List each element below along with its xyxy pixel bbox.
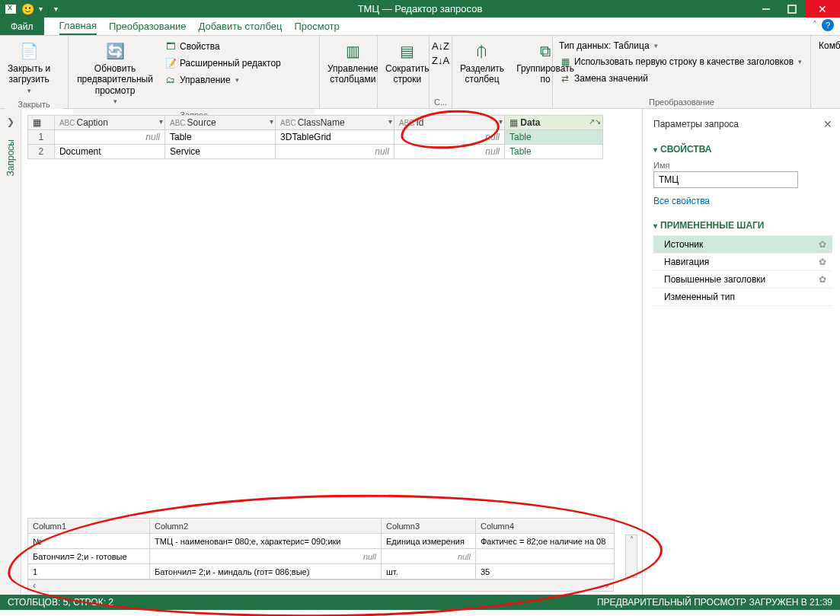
pcell[interactable]: № (28, 534, 150, 549)
gear-icon[interactable]: ✿ (819, 274, 826, 285)
cell[interactable]: null (394, 130, 504, 145)
reduce-rows-button[interactable]: ▤ Сократить строки (382, 37, 433, 88)
cell-data[interactable]: Table (504, 145, 602, 159)
pcell[interactable]: Фактичес = 82;ое наличие на 08 (476, 534, 615, 549)
refresh-icon: 🔄 (103, 40, 127, 62)
cell[interactable]: Table (165, 130, 276, 145)
tab-view[interactable]: Просмотр (294, 18, 339, 35)
pcell[interactable]: шт. (382, 564, 476, 579)
grid-row[interactable]: 2 Document Service null null Table (28, 145, 603, 159)
manage-columns-button[interactable]: ▥ Управление столбцами (324, 37, 382, 88)
step-item[interactable]: Навигация✿ (653, 254, 832, 271)
panel-title: Параметры запроса✕ (653, 118, 832, 130)
main-grid[interactable]: ▦ ABCCaption▾ ABCSource▾ ABCClassName▾ A… (27, 115, 603, 159)
data-type-label: Тип данных: Таблица (559, 40, 650, 51)
step-item[interactable]: Источник✿ (653, 236, 832, 254)
preview-row[interactable]: № ТМЦ - наименован= 080;е, характерис= 0… (28, 534, 615, 549)
cell[interactable]: Service (165, 145, 276, 159)
preview-row[interactable]: 1 Батончил= 2;и - миндаль (гот= 086;вые)… (28, 564, 615, 579)
pcol3[interactable]: Column3 (382, 519, 476, 534)
grid-header-row: ▦ ABCCaption▾ ABCSource▾ ABCClassName▾ A… (28, 116, 603, 130)
data-type-button[interactable]: Тип данных: Таблица▾ (557, 39, 660, 53)
manage-button[interactable]: 🗂Управление▾ (163, 72, 283, 88)
split-icon: ⫛ (470, 40, 494, 62)
pcol1[interactable]: Column1 (28, 519, 150, 534)
pcell[interactable]: ТМЦ - наименован= 080;е, характерис= 090… (150, 534, 382, 549)
gear-icon[interactable]: ✿ (819, 239, 826, 250)
menubar: Файл Главная Преобразование Добавить сто… (0, 18, 840, 36)
pcol4[interactable]: Column4 (476, 519, 615, 534)
panel-close-icon[interactable]: ✕ (823, 118, 832, 130)
col-data[interactable]: ▦ Data↗↘ (504, 116, 602, 130)
cell-data[interactable]: Table (504, 130, 602, 145)
query-name-input[interactable] (653, 171, 798, 188)
pcell[interactable]: Батончил= 2;и - готовые (28, 549, 150, 564)
combine-button[interactable]: Комби (816, 37, 840, 54)
advanced-editor-button[interactable]: 📝Расширенный редактор (163, 56, 283, 71)
grid-row[interactable]: 1 null Table 3DTableGrid null Table (28, 130, 603, 145)
preview-row[interactable]: Батончил= 2;и - готовые null null (28, 549, 615, 564)
col-classname[interactable]: ABCClassName▾ (276, 116, 394, 130)
maximize-button[interactable] (779, 0, 805, 18)
queries-rail[interactable]: ❯ Запросы (0, 109, 21, 595)
step-item[interactable]: Повышенные заголовки✿ (653, 271, 832, 289)
ribbon: 📄 Закрыть и загрузить ▾ Закрыть 🔄 Обнови… (0, 36, 840, 109)
preview-grid[interactable]: Column1 Column2 Column3 Column4 № ТМЦ - … (27, 518, 615, 579)
gear-icon[interactable]: ✿ (819, 257, 826, 267)
all-properties-link[interactable]: Все свойства (653, 196, 710, 206)
pcell[interactable] (476, 549, 615, 564)
pcell[interactable]: null (150, 549, 382, 564)
chevron-right-icon[interactable]: ❯ (7, 116, 14, 127)
tab-add-column[interactable]: Добавить столбец (199, 18, 283, 35)
cell[interactable]: 3DTableGrid (276, 130, 394, 145)
file-tab[interactable]: Файл (0, 18, 44, 35)
col-caption[interactable]: ABCCaption▾ (54, 116, 164, 130)
pcell[interactable]: 35 (476, 564, 615, 579)
split-column-button[interactable]: ⫛ Разделить столбец (457, 37, 507, 88)
steps-section-header[interactable]: ПРИМЕНЕННЫЕ ШАГИ (653, 220, 832, 231)
queries-rail-label: Запросы (5, 139, 16, 176)
tab-home[interactable]: Главная (59, 18, 97, 35)
properties-label: Свойства (180, 41, 220, 52)
cell[interactable]: null (54, 130, 164, 145)
reduce-rows-label: Сократить строки (385, 63, 430, 85)
corner-cell[interactable]: ▦ (28, 116, 55, 130)
preview-hscroll[interactable]: ‹› (27, 579, 614, 592)
props-section-header[interactable]: СВОЙСТВА (653, 144, 832, 155)
sort-asc-button[interactable]: A↓Z (432, 40, 449, 52)
pcell[interactable]: 1 (28, 564, 150, 579)
close-button[interactable]: ✕ (805, 0, 840, 18)
smile-icon[interactable]: 🙂 (21, 3, 34, 15)
dropdown-icon[interactable]: ▾ (39, 5, 43, 13)
pcell[interactable]: Батончил= 2;и - миндаль (гот= 086;вые) (150, 564, 382, 579)
pcell[interactable]: Единица измерения (382, 534, 476, 549)
col-source[interactable]: ABCSource▾ (165, 116, 276, 130)
row-num: 2 (28, 145, 55, 159)
pcol2[interactable]: Column2 (150, 519, 382, 534)
cell[interactable]: Document (54, 145, 164, 159)
cell[interactable]: null (394, 145, 504, 159)
collapse-ribbon-icon[interactable]: ˄ (813, 20, 817, 30)
cell[interactable]: null (276, 145, 394, 159)
qat-placeholder[interactable]: ▾ (54, 5, 58, 13)
excel-icon (5, 4, 17, 14)
group-close-label: Закрыть (5, 98, 63, 109)
properties-button[interactable]: 🗔Свойства (163, 39, 283, 54)
pcell[interactable]: null (382, 549, 476, 564)
refresh-preview-button[interactable]: 🔄 Обновить предварительный просмотр ▾ (73, 37, 157, 109)
step-item[interactable]: Измененный тип (653, 289, 832, 306)
col-id[interactable]: ABCId▾ (394, 116, 504, 130)
minimize-button[interactable] (753, 0, 779, 18)
step-label: Измененный тип (664, 292, 735, 302)
first-row-headers-button[interactable]: ▦Использовать первую строку в качестве з… (557, 54, 803, 69)
close-load-button[interactable]: 📄 Закрыть и загрузить ▾ (5, 37, 53, 98)
help-icon[interactable]: ? (822, 19, 834, 31)
columns-icon: ▥ (340, 40, 365, 62)
properties-icon: 🗔 (164, 40, 177, 53)
first-row-label: Использовать первую строку в качестве за… (574, 56, 794, 67)
preview-vscroll[interactable]: ˄ (625, 535, 637, 578)
combine-label: Комби (819, 40, 840, 51)
sort-desc-button[interactable]: Z↓A (432, 55, 449, 66)
tab-transform[interactable]: Преобразование (109, 18, 187, 35)
replace-values-button[interactable]: ⇄Замена значений (557, 71, 650, 86)
